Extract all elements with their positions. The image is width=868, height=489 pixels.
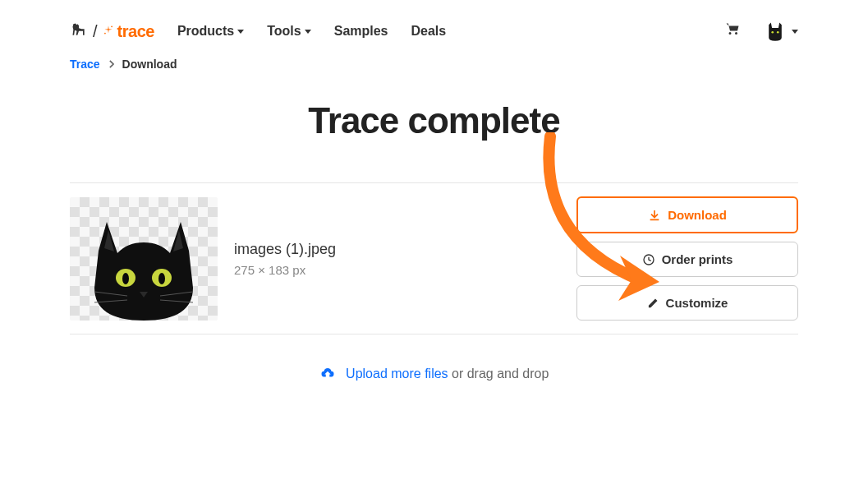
chevron-right-icon: [108, 58, 114, 71]
result-thumbnail[interactable]: [70, 197, 218, 321]
result-row: images (1).jpeg 275 × 183 px Download Or…: [70, 182, 798, 334]
nav-samples-label: Samples: [334, 24, 388, 39]
order-prints-button[interactable]: Order prints: [576, 242, 798, 277]
nav-links: Products Tools Samples Deals: [177, 24, 446, 39]
customize-label: Customize: [666, 296, 728, 310]
slash-icon: /: [91, 22, 99, 41]
brand-logo[interactable]: / trace: [70, 21, 154, 42]
nav-left: / trace Products Tools Samples: [70, 21, 446, 42]
download-icon: [648, 209, 661, 222]
svg-point-1: [104, 32, 106, 34]
pencil-icon: [647, 297, 659, 309]
navbar: / trace Products Tools Samples: [70, 0, 798, 53]
nav-tools[interactable]: Tools: [267, 24, 310, 39]
caret-down-icon: [305, 30, 311, 34]
brand-text: trace: [117, 22, 154, 41]
page-title: Trace complete: [70, 85, 798, 182]
file-name: images (1).jpeg: [234, 241, 336, 263]
upload-more-area[interactable]: Upload more files or drag and drop: [70, 334, 798, 415]
action-buttons: Download Order prints Customize: [576, 196, 798, 321]
breadcrumb-current: Download: [122, 58, 177, 71]
svg-point-6: [122, 273, 129, 284]
cat-image: [78, 214, 209, 321]
caret-down-icon: [237, 30, 244, 34]
order-prints-label: Order prints: [662, 252, 733, 266]
avatar-icon: [764, 20, 787, 43]
upload-more-link[interactable]: Upload more files: [346, 367, 448, 381]
file-dimensions: 275 × 183 px: [234, 263, 336, 277]
svg-point-2: [771, 31, 774, 34]
breadcrumb-root[interactable]: Trace: [70, 58, 100, 71]
nav-products[interactable]: Products: [177, 24, 244, 39]
upload-more-rest: or drag and drop: [448, 367, 549, 381]
clock-icon: [642, 253, 655, 266]
nav-products-label: Products: [177, 24, 234, 39]
cloud-upload-icon: [319, 369, 339, 383]
nav-deals[interactable]: Deals: [411, 24, 447, 39]
caret-down-icon: [792, 30, 798, 34]
download-button[interactable]: Download: [576, 196, 798, 233]
download-label: Download: [668, 208, 727, 222]
nav-samples[interactable]: Samples: [334, 24, 388, 39]
svg-point-3: [777, 31, 779, 34]
nav-deals-label: Deals: [411, 24, 447, 39]
nav-tools-label: Tools: [267, 24, 301, 39]
svg-point-7: [158, 273, 165, 284]
file-meta: images (1).jpeg 275 × 183 px: [234, 241, 336, 277]
customize-button[interactable]: Customize: [576, 285, 798, 321]
sparkle-icon: [103, 25, 114, 39]
breadcrumb: Trace Download: [70, 53, 798, 85]
horse-icon: [70, 21, 88, 42]
svg-point-0: [111, 25, 113, 27]
nav-right: [724, 20, 798, 43]
user-menu[interactable]: [764, 20, 798, 43]
cart-icon[interactable]: [724, 22, 741, 40]
